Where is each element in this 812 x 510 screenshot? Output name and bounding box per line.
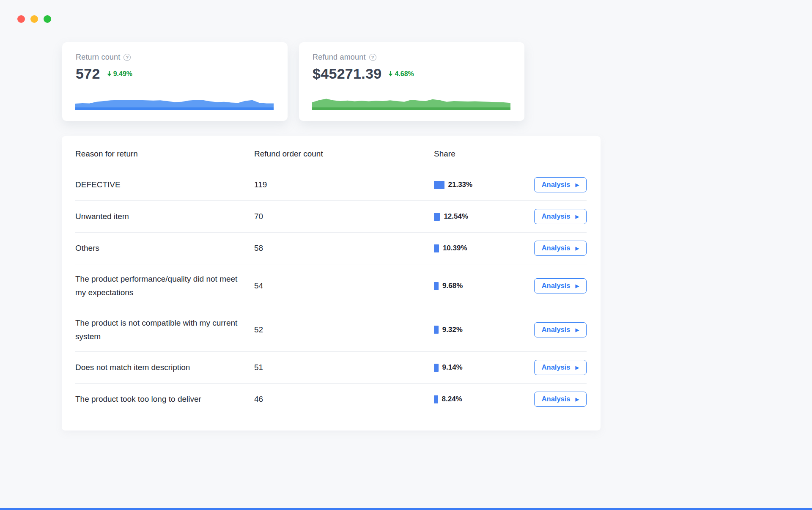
share-cell: 9.68%: [434, 282, 523, 290]
sparkline-chart: [75, 96, 274, 110]
table-row: Does not match item description 51 9.14%…: [75, 352, 587, 384]
count-cell: 54: [254, 281, 434, 291]
arrow-right-icon: ▶: [576, 327, 579, 332]
share-bar: [434, 326, 439, 334]
analysis-button-label: Analysis: [542, 395, 571, 403]
reason-cell: DEFECTIVE: [75, 178, 254, 192]
reason-cell: The product took too long to deliver: [75, 392, 254, 406]
return-reasons-table: Reason for return Refund order count Sha…: [62, 136, 601, 430]
analysis-button-label: Analysis: [542, 282, 571, 290]
count-cell: 119: [254, 180, 434, 189]
down-arrow-icon: [107, 71, 112, 77]
arrow-right-icon: ▶: [576, 397, 579, 402]
help-icon[interactable]: ?: [123, 54, 131, 61]
table-row: The product performance/quality did not …: [75, 264, 587, 308]
arrow-right-icon: ▶: [576, 214, 579, 219]
analysis-button-label: Analysis: [542, 326, 571, 334]
card-delta: 9.49%: [107, 70, 132, 78]
share-cell: 8.24%: [434, 395, 523, 403]
share-value: 10.39%: [443, 244, 467, 252]
analysis-button[interactable]: Analysis ▶: [534, 209, 587, 224]
arrow-right-icon: ▶: [576, 365, 579, 370]
share-bar: [434, 364, 439, 372]
analysis-button[interactable]: Analysis ▶: [534, 392, 587, 407]
down-arrow-icon: [388, 71, 393, 77]
analysis-button[interactable]: Analysis ▶: [534, 360, 587, 375]
table-row: The product took too long to deliver 46 …: [75, 384, 587, 415]
share-bar: [434, 213, 440, 221]
return-count-card: Return count ? 572 9.49%: [62, 42, 288, 121]
share-value: 21.33%: [448, 181, 473, 189]
window-controls: [17, 15, 51, 23]
refund-amount-card: Refund amount ? $45271.39 4.68%: [299, 42, 524, 121]
traffic-light-close[interactable]: [17, 15, 25, 23]
analysis-button[interactable]: Analysis ▶: [534, 322, 587, 337]
reason-cell: The product performance/quality did not …: [75, 272, 254, 300]
table-header-row: Reason for return Refund order count Sha…: [75, 136, 587, 169]
share-value: 8.24%: [442, 395, 462, 403]
reason-cell: Does not match item description: [75, 361, 254, 374]
delta-value: 4.68%: [395, 70, 414, 78]
sparkline-chart: [312, 96, 510, 110]
traffic-light-minimize[interactable]: [30, 15, 38, 23]
count-cell: 52: [254, 325, 434, 335]
card-value: $45271.39: [313, 66, 381, 82]
help-icon[interactable]: ?: [369, 54, 376, 61]
refund-amount-sparkline: [312, 96, 510, 110]
card-delta: 4.68%: [388, 70, 414, 78]
share-cell: 9.14%: [434, 363, 523, 372]
analysis-button-label: Analysis: [542, 363, 571, 371]
card-title: Return count: [76, 53, 120, 62]
bottom-accent-bar: [0, 508, 812, 510]
header-share: Share: [434, 149, 523, 159]
header-reason: Reason for return: [75, 149, 254, 159]
analysis-button[interactable]: Analysis ▶: [534, 278, 587, 293]
share-value: 9.14%: [442, 363, 463, 372]
header-count: Refund order count: [254, 149, 434, 159]
reason-cell: Others: [75, 241, 254, 255]
share-cell: 10.39%: [434, 244, 523, 252]
table-row: Others 58 10.39% Analysis ▶: [75, 233, 587, 264]
card-title: Refund amount: [313, 53, 366, 62]
table-row: The product is not compatible with my cu…: [75, 308, 587, 352]
traffic-light-zoom[interactable]: [44, 15, 51, 23]
share-value: 9.68%: [442, 282, 463, 290]
analysis-button-label: Analysis: [542, 181, 571, 189]
analysis-button[interactable]: Analysis ▶: [534, 177, 587, 192]
share-value: 9.32%: [442, 326, 463, 334]
analysis-button-label: Analysis: [542, 244, 571, 252]
arrow-right-icon: ▶: [576, 183, 579, 187]
delta-value: 9.49%: [113, 70, 132, 78]
share-bar: [434, 395, 438, 403]
return-count-sparkline: [75, 96, 274, 110]
reason-cell: Unwanted item: [75, 210, 254, 223]
share-cell: 9.32%: [434, 326, 523, 334]
stat-cards: Return count ? 572 9.49% Refund amount ?…: [62, 42, 524, 121]
table-row: Unwanted item 70 12.54% Analysis ▶: [75, 201, 587, 233]
share-bar: [434, 244, 439, 252]
count-cell: 46: [254, 395, 434, 404]
analysis-button[interactable]: Analysis ▶: [534, 241, 587, 256]
analysis-button-label: Analysis: [542, 212, 571, 220]
share-cell: 12.54%: [434, 212, 523, 221]
count-cell: 70: [254, 212, 434, 221]
count-cell: 58: [254, 244, 434, 253]
count-cell: 51: [254, 363, 434, 372]
share-bar: [434, 282, 439, 290]
share-cell: 21.33%: [434, 181, 523, 189]
table-row: DEFECTIVE 119 21.33% Analysis ▶: [75, 169, 587, 201]
reason-cell: The product is not compatible with my cu…: [75, 316, 254, 344]
share-bar: [434, 181, 444, 189]
arrow-right-icon: ▶: [576, 284, 579, 288]
card-value: 572: [76, 66, 100, 82]
arrow-right-icon: ▶: [576, 246, 579, 251]
share-value: 12.54%: [444, 212, 468, 221]
